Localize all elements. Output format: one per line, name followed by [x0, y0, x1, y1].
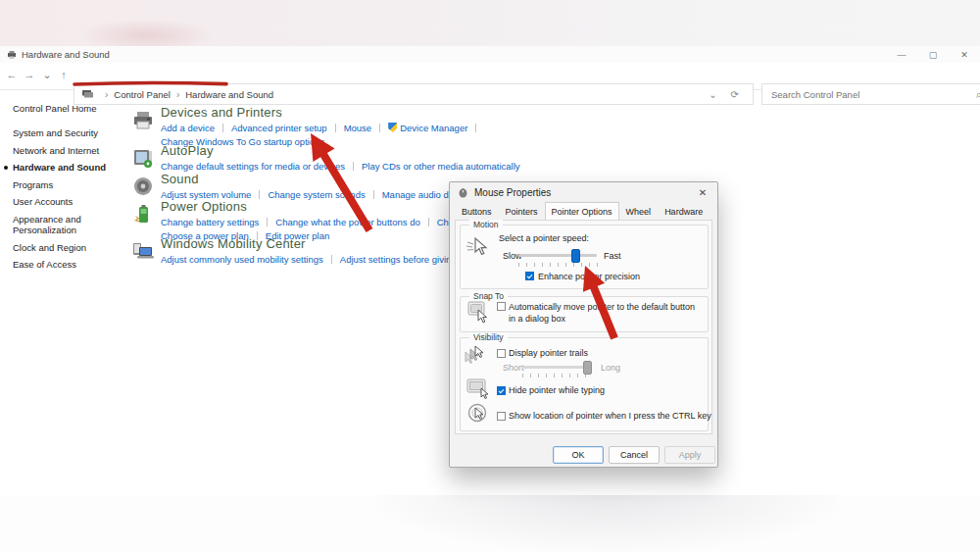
tab-pointers[interactable]: Pointers	[499, 204, 545, 220]
snap-to-label[interactable]: Automatically move pointer to the defaul…	[509, 301, 701, 325]
hide-pointer-while-typing-checkbox[interactable]	[497, 386, 506, 395]
window-title: Hardware and Sound	[22, 49, 110, 60]
autoplay-icon	[131, 146, 155, 170]
sidebar: Control Panel Home System and Security N…	[0, 89, 123, 276]
fast-label: Fast	[604, 251, 621, 261]
link-adjust-system-volume[interactable]: Adjust system volume	[161, 189, 251, 200]
breadcrumb-item-hardware-and-sound[interactable]: Hardware and Sound	[185, 89, 273, 100]
recent-pages-chevron-icon[interactable]: ⌄	[39, 69, 55, 81]
navigation-toolbar: ← → ⌄ ↑ › Control Panel › Hardware and S…	[0, 63, 980, 90]
screenshot-stage: Hardware and Sound — ▢ ✕ ← → ⌄ ↑ › Contr…	[0, 0, 980, 552]
display-pointer-trails-label[interactable]: Display pointer trails	[509, 348, 588, 358]
long-label: Long	[601, 363, 620, 373]
section-title-sound[interactable]: Sound	[161, 172, 475, 186]
section-sound: Sound Adjust system volume Change system…	[127, 172, 475, 200]
link-change-battery-settings[interactable]: Change battery settings	[161, 217, 259, 227]
hide-pointer-while-typing-label[interactable]: Hide pointer while typing	[509, 385, 605, 395]
dialog-close-icon[interactable]: ✕	[696, 187, 710, 198]
up-icon[interactable]: ↑	[56, 69, 72, 80]
mouse-properties-dialog: Mouse Properties ✕ Buttons Pointers Poin…	[449, 181, 718, 468]
enhance-pointer-precision-checkbox[interactable]	[525, 272, 534, 280]
link-play-cds-automatically[interactable]: Play CDs or other media automatically	[362, 161, 520, 172]
pointer-trails-icon	[464, 344, 489, 372]
short-label: Short	[503, 363, 524, 373]
pointer-speed-icon	[466, 236, 489, 266]
forward-icon[interactable]: →	[22, 69, 37, 80]
search-box[interactable]: ⌕	[761, 83, 980, 105]
motion-legend: Motion	[469, 220, 503, 229]
uac-shield-icon	[388, 123, 397, 132]
link-change-power-buttons[interactable]: Change what the power buttons do	[275, 217, 419, 227]
maximize-button[interactable]: ▢	[917, 50, 949, 60]
battery-icon	[131, 202, 155, 226]
trails-slider-thumb	[583, 361, 592, 375]
sidebar-item-programs[interactable]: Programs	[13, 178, 123, 191]
tab-wheel[interactable]: Wheel	[619, 204, 659, 220]
tab-buttons[interactable]: Buttons	[455, 204, 499, 220]
dialog-title: Mouse Properties	[474, 187, 551, 198]
pointer-speed-slider-thumb[interactable]	[571, 249, 580, 263]
sidebar-item-network-and-internet[interactable]: Network and Internet	[13, 144, 123, 157]
sidebar-item-user-accounts[interactable]: User Accounts	[13, 195, 123, 208]
back-icon[interactable]: ←	[4, 69, 20, 80]
search-input[interactable]	[769, 88, 976, 101]
section-title-devices-and-printers[interactable]: Devices and Printers	[161, 105, 484, 120]
close-button[interactable]: ✕	[949, 50, 980, 60]
address-dropdown-icon[interactable]: ⌄	[709, 89, 716, 100]
mobility-icon	[131, 239, 155, 263]
bottom-shadow-blob	[377, 495, 838, 552]
visibility-legend: Visibility	[469, 332, 508, 342]
dialog-tabs: Buttons Pointers Pointer Options Wheel H…	[455, 205, 717, 220]
link-add-a-device[interactable]: Add a device	[161, 123, 215, 133]
link-device-manager[interactable]: Device Manager	[400, 123, 467, 133]
search-icon[interactable]: ⌕	[976, 88, 980, 101]
display-pointer-trails-checkbox[interactable]	[497, 349, 506, 358]
tab-hardware[interactable]: Hardware	[658, 204, 710, 220]
section-title-autoplay[interactable]: AutoPlay	[161, 143, 520, 158]
refresh-icon[interactable]: ⟳	[731, 89, 739, 100]
breadcrumb-separator: ›	[176, 89, 179, 100]
sidebar-item-control-panel-home[interactable]: Control Panel Home	[13, 103, 123, 114]
mouse-icon	[458, 187, 468, 198]
window-icon	[7, 50, 17, 60]
printer-icon	[131, 108, 155, 131]
link-change-system-sounds[interactable]: Change system sounds	[268, 189, 365, 200]
show-pointer-location-label[interactable]: Show location of pointer when I press th…	[509, 411, 711, 421]
pointer-speed-slider-track[interactable]	[518, 254, 597, 257]
snap-to-icon	[466, 300, 490, 329]
sidebar-item-ease-of-access[interactable]: Ease of Access	[13, 258, 123, 271]
breadcrumb[interactable]: › Control Panel › Hardware and Sound ⌄ ⟳	[74, 83, 754, 105]
trails-slider-track	[522, 366, 589, 369]
hide-pointer-icon	[466, 376, 491, 404]
pointer-speed-slider-ticks	[518, 263, 599, 267]
locate-pointer-icon	[466, 402, 492, 431]
link-adjust-mobility-settings[interactable]: Adjust commonly used mobility settings	[161, 254, 323, 265]
sidebar-item-system-and-security[interactable]: System and Security	[13, 126, 123, 139]
speaker-icon	[131, 175, 155, 198]
dialog-titlebar: Mouse Properties ✕	[450, 182, 717, 202]
section-devices-and-printers: Devices and Printers Add a device Advanc…	[127, 105, 484, 147]
window-titlebar: Hardware and Sound — ▢ ✕	[0, 46, 980, 63]
show-pointer-location-checkbox[interactable]	[497, 412, 506, 421]
minimize-button[interactable]: —	[886, 50, 917, 60]
link-mouse[interactable]: Mouse	[344, 123, 372, 133]
sidebar-item-clock-and-region[interactable]: Clock and Region	[13, 241, 123, 254]
sidebar-item-hardware-and-sound[interactable]: Hardware and Sound	[13, 161, 123, 174]
link-change-default-media-settings[interactable]: Change default settings for media or dev…	[161, 161, 345, 172]
apply-button[interactable]: Apply	[664, 446, 715, 464]
pink-highlight-patch	[83, 20, 211, 46]
sidebar-item-appearance-and-personalization[interactable]: Appearance and Personalization	[13, 213, 123, 236]
ok-button[interactable]: OK	[553, 446, 604, 464]
trails-slider-ticks	[522, 374, 591, 377]
pointer-speed-label: Select a pointer speed:	[499, 233, 589, 243]
link-advanced-printer-setup[interactable]: Advanced printer setup	[231, 123, 327, 133]
section-autoplay: AutoPlay Change default settings for med…	[127, 143, 520, 172]
window-controls: — ▢ ✕	[886, 46, 980, 63]
enhance-pointer-precision-label[interactable]: Enhance pointer precision	[538, 272, 640, 281]
cancel-button[interactable]: Cancel	[609, 446, 660, 464]
tab-pointer-options[interactable]: Pointer Options	[545, 202, 619, 220]
snap-to-checkbox[interactable]	[497, 302, 506, 311]
